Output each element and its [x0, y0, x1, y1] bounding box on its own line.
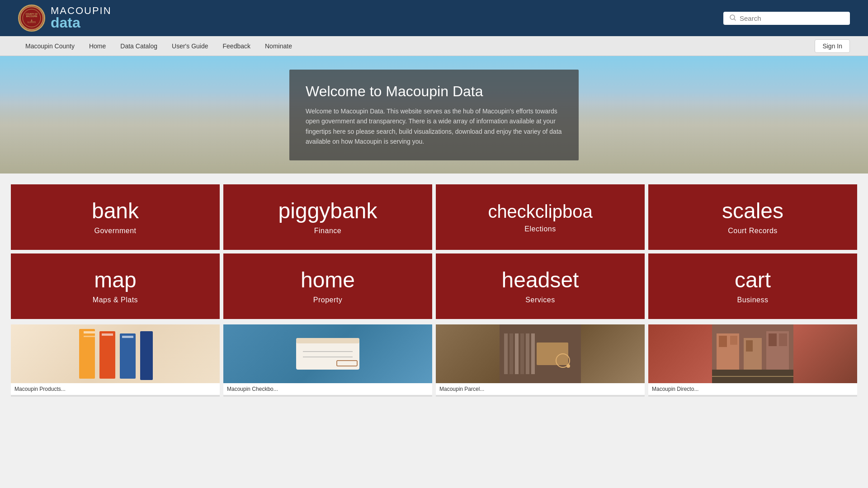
category-government[interactable]: bank Government [11, 184, 220, 250]
svg-rect-23 [509, 333, 513, 374]
services-label: Services [525, 296, 555, 304]
nav-data-catalog[interactable]: Data Catalog [113, 36, 165, 56]
thumbnail-check-img [223, 324, 432, 383]
category-services[interactable]: headset Services [436, 253, 645, 319]
county-seal: COUNTY OF MACOUPIN ILLINOIS [18, 5, 45, 32]
government-label: Government [94, 227, 136, 235]
bank-icon: bank [92, 199, 139, 223]
thumbnail-parcel-label: Macoupin Parcel... [436, 383, 645, 395]
svg-rect-38 [769, 333, 777, 346]
svg-text:MACOUPIN: MACOUPIN [26, 15, 38, 18]
svg-rect-11 [99, 331, 115, 379]
nav-bar: Macoupin County Home Data Catalog User's… [0, 36, 868, 56]
nav-nominate[interactable]: Nominate [258, 36, 299, 56]
hero-overlay: Welcome to Macoupin Data Welcome to Maco… [289, 70, 579, 160]
hero-description: Welcome to Macoupin Data. This website s… [306, 106, 562, 147]
property-label: Property [313, 296, 342, 304]
thumbnail-macoupin-check[interactable]: Macoupin Checkbo... [223, 324, 432, 397]
elections-label: Elections [524, 225, 556, 233]
maps-plats-label: Maps & Plats [93, 296, 138, 304]
svg-rect-12 [102, 333, 113, 336]
svg-rect-22 [504, 333, 508, 374]
svg-point-0 [20, 7, 43, 29]
nav-feedback[interactable]: Feedback [216, 36, 258, 56]
logo-area[interactable]: COUNTY OF MACOUPIN ILLINOIS MACOUPIN dat… [18, 5, 112, 32]
category-grid-row1: bank Government piggybank Finance checkc… [0, 174, 868, 252]
nav-home[interactable]: Home [82, 36, 113, 56]
svg-rect-27 [531, 333, 535, 374]
thumbnail-products-label: Macoupin Products... [11, 383, 220, 395]
svg-rect-13 [120, 333, 136, 379]
thumbnail-macoupin-products[interactable]: Macoupin Products... [11, 324, 220, 397]
thumbnail-brochures-img [11, 324, 220, 383]
search-bar[interactable] [723, 12, 850, 25]
business-label: Business [737, 296, 769, 304]
site-logo-text: MACOUPIN data [51, 5, 112, 30]
piggybank-icon: piggybank [278, 199, 377, 223]
home-icon: home [301, 268, 355, 292]
header: COUNTY OF MACOUPIN ILLINOIS MACOUPIN dat… [0, 0, 868, 36]
svg-line-7 [734, 19, 736, 20]
svg-text:COUNTY OF: COUNTY OF [26, 13, 38, 15]
map-icon: map [94, 268, 136, 292]
sign-in-button[interactable]: Sign In [815, 39, 850, 53]
headset-icon: headset [502, 268, 579, 292]
scales-icon: scales [722, 199, 783, 223]
category-finance[interactable]: piggybank Finance [223, 184, 432, 250]
court-records-label: Court Records [728, 227, 778, 235]
category-court-records[interactable]: scales Court Records [648, 184, 857, 250]
svg-rect-14 [122, 336, 133, 338]
nav-users-guide[interactable]: User's Guide [165, 36, 215, 56]
svg-rect-39 [779, 333, 787, 346]
cart-icon: cart [735, 268, 771, 292]
hero-title: Welcome to Macoupin Data [306, 83, 562, 100]
thumbnail-directory-label: Macoupin Directo... [648, 383, 857, 395]
svg-rect-9 [84, 331, 95, 333]
category-maps-plats[interactable]: map Maps & Plats [11, 253, 220, 319]
svg-rect-15 [140, 331, 153, 380]
category-property[interactable]: home Property [223, 253, 432, 319]
thumbnail-library-img [436, 324, 645, 383]
thumbnail-macoupin-parcel[interactable]: Macoupin Parcel... [436, 324, 645, 397]
thumbnail-macoupin-directory[interactable]: Macoupin Directo... [648, 324, 857, 397]
nav-links: Macoupin County Home Data Catalog User's… [18, 36, 299, 56]
svg-rect-34 [730, 336, 737, 345]
logo-data: data [51, 15, 112, 31]
svg-rect-10 [84, 336, 95, 337]
thumbnail-check-label: Macoupin Checkbo... [223, 383, 432, 395]
nav-macoupin-county[interactable]: Macoupin County [18, 36, 82, 56]
thumbnail-grid: Macoupin Products... Macoupin Checkbo... [0, 321, 868, 408]
svg-rect-33 [719, 336, 727, 347]
finance-label: Finance [314, 227, 341, 235]
search-icon [730, 14, 736, 22]
category-elections[interactable]: checkclipboard Elections [436, 184, 645, 250]
checkclipboard-icon: checkclipboard [488, 202, 592, 221]
search-input[interactable] [740, 14, 844, 22]
svg-text:ILLINOIS: ILLINOIS [28, 21, 36, 23]
svg-rect-17 [296, 338, 359, 343]
hero-section: Welcome to Macoupin Data Welcome to Maco… [0, 56, 868, 174]
category-grid-row2: map Maps & Plats home Property headset S… [0, 252, 868, 321]
svg-rect-24 [515, 333, 519, 374]
svg-rect-25 [520, 333, 524, 374]
svg-rect-26 [526, 333, 529, 374]
thumbnail-street-img [648, 324, 857, 383]
category-business[interactable]: cart Business [648, 253, 857, 319]
svg-rect-36 [746, 340, 753, 352]
svg-point-30 [566, 364, 570, 368]
